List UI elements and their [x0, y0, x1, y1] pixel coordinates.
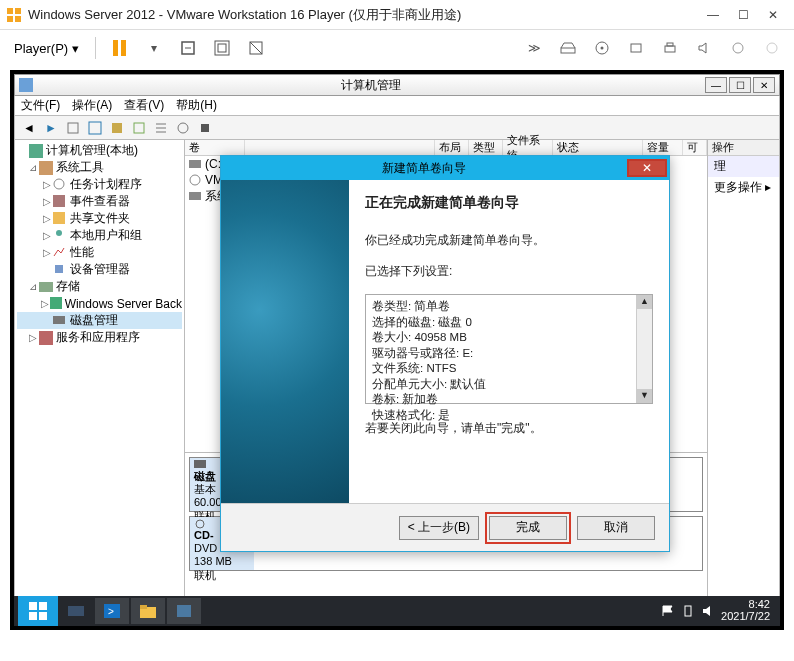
svg-point-11 [601, 47, 604, 50]
fullscreen-icon[interactable] [208, 34, 236, 62]
tree-storage[interactable]: ⊿存储 [17, 278, 182, 295]
network-icon[interactable]: ≫ [520, 34, 548, 62]
setting-line: 快速格式化: 是 [372, 408, 646, 424]
tray-clock[interactable]: 8:42 2021/7/22 [721, 599, 770, 622]
properties-icon[interactable] [107, 118, 127, 138]
player-menu[interactable]: Player(P) ▾ [8, 39, 85, 58]
tree-device-manager[interactable]: 设备管理器 [17, 261, 182, 278]
tree-local-users[interactable]: ▷本地用户和组 [17, 227, 182, 244]
mgmt-maximize-button[interactable]: ☐ [729, 77, 751, 93]
svg-rect-12 [631, 44, 641, 52]
mgmt-close-button[interactable]: ✕ [753, 77, 775, 93]
wizard-close-button[interactable]: ✕ [627, 159, 667, 177]
back-icon[interactable]: ◄ [19, 118, 39, 138]
send-ctrl-alt-del-icon[interactable] [174, 34, 202, 62]
help-icon[interactable] [173, 118, 193, 138]
nav-tree[interactable]: 计算机管理(本地) ⊿系统工具 ▷任务计划程序 ▷事件查看器 ▷共享文件夹 ▷本… [15, 140, 185, 625]
back-button[interactable]: < 上一步(B) [399, 516, 479, 540]
setting-line: 卷标: 新加卷 [372, 392, 646, 408]
tree-shared-folders[interactable]: ▷共享文件夹 [17, 210, 182, 227]
cd-icon [189, 174, 201, 186]
svg-rect-24 [29, 144, 43, 158]
vmware-minimize-button[interactable]: — [698, 4, 728, 26]
col-volume[interactable]: 卷 [185, 140, 245, 155]
vmware-maximize-button[interactable]: ☐ [728, 4, 758, 26]
menu-action[interactable]: 操作(A) [72, 97, 112, 114]
taskbar-mgmt-icon[interactable] [167, 598, 201, 624]
usb-icon[interactable] [724, 34, 752, 62]
taskbar-powershell-icon[interactable]: > [95, 598, 129, 624]
mgmt-minimize-button[interactable]: — [705, 77, 727, 93]
wizard-settings-list[interactable]: 卷类型: 简单卷 选择的磁盘: 磁盘 0 卷大小: 40958 MB 驱动器号或… [365, 294, 653, 404]
svg-rect-50 [685, 606, 691, 616]
col-layout[interactable]: 布局 [435, 140, 469, 155]
tree-services-apps[interactable]: ▷服务和应用程序 [17, 329, 182, 346]
tree-systools[interactable]: ⊿系统工具 [17, 159, 182, 176]
settings-icon[interactable] [195, 118, 215, 138]
tree-root[interactable]: 计算机管理(本地) [17, 142, 182, 159]
menu-file[interactable]: 文件(F) [21, 97, 60, 114]
unity-icon[interactable] [242, 34, 270, 62]
setting-line: 分配单元大小: 默认值 [372, 377, 646, 393]
view-icon[interactable] [85, 118, 105, 138]
forward-icon[interactable]: ► [41, 118, 61, 138]
svg-rect-43 [39, 612, 47, 620]
tree-event-viewer[interactable]: ▷事件查看器 [17, 193, 182, 210]
actions-more[interactable]: 更多操作 ▸ [708, 177, 779, 198]
col-status[interactable]: 状态 [553, 140, 643, 155]
tray-sound-icon[interactable] [701, 604, 715, 618]
svg-point-36 [190, 175, 200, 185]
pause-button[interactable] [106, 34, 134, 62]
svg-rect-41 [39, 602, 47, 610]
tree-task-scheduler[interactable]: ▷任务计划程序 [17, 176, 182, 193]
wizard-heading: 正在完成新建简单卷向导 [365, 194, 653, 212]
refresh-icon[interactable] [129, 118, 149, 138]
col-free[interactable]: 可 [683, 140, 707, 155]
vmware-close-button[interactable]: ✕ [758, 4, 788, 26]
tree-wsb[interactable]: ▷Windows Server Back [17, 295, 182, 312]
disk-icon[interactable] [554, 34, 582, 62]
col-fs[interactable]: 文件系统 [503, 140, 553, 155]
scrollbar[interactable]: ▲▼ [636, 295, 652, 403]
wizard-titlebar[interactable]: 新建简单卷向导 ✕ [221, 156, 669, 180]
col-capacity[interactable]: 容量 [643, 140, 683, 155]
start-button[interactable] [18, 596, 58, 626]
drive-icon [189, 190, 201, 202]
nic-icon[interactable] [622, 34, 650, 62]
generic-device-icon[interactable] [758, 34, 786, 62]
system-tray[interactable]: 8:42 2021/7/22 [655, 599, 776, 622]
cancel-button[interactable]: 取消 [577, 516, 655, 540]
sound-icon[interactable] [690, 34, 718, 62]
tree-disk-management[interactable]: 磁盘管理 [17, 312, 182, 329]
svg-rect-17 [19, 78, 33, 92]
taskbar-explorer-icon[interactable] [131, 598, 165, 624]
menu-view[interactable]: 查看(V) [124, 97, 164, 114]
chevron-down-icon[interactable]: ▾ [140, 34, 168, 62]
svg-line-8 [250, 42, 262, 54]
wizard-side-graphic [221, 180, 349, 505]
list-icon[interactable] [151, 118, 171, 138]
mgmt-toolbar: ◄ ► [14, 116, 780, 140]
taskbar-server-manager-icon[interactable] [59, 598, 93, 624]
mgmt-titlebar[interactable]: 计算机管理 — ☐ ✕ [14, 74, 780, 96]
new-simple-volume-wizard: 新建简单卷向导 ✕ 正在完成新建简单卷向导 你已经成功完成新建简单卷向导。 已选… [220, 155, 670, 552]
volume-list-header[interactable]: 卷 布局 类型 文件系统 状态 容量 可 [185, 140, 707, 156]
svg-rect-37 [189, 192, 201, 200]
menu-help[interactable]: 帮助(H) [176, 97, 217, 114]
tray-network-icon[interactable] [681, 604, 695, 618]
up-icon[interactable] [63, 118, 83, 138]
col-type[interactable]: 类型 [469, 140, 503, 155]
wizard-main: 正在完成新建简单卷向导 你已经成功完成新建简单卷向导。 已选择下列设置: 卷类型… [349, 180, 669, 505]
svg-rect-38 [194, 460, 206, 468]
svg-rect-6 [218, 44, 226, 52]
svg-rect-9 [561, 48, 575, 53]
finish-button[interactable]: 完成 [489, 516, 567, 540]
tree-performance[interactable]: ▷性能 [17, 244, 182, 261]
svg-rect-49 [177, 605, 191, 617]
tray-flag-icon[interactable] [661, 604, 675, 618]
printer-icon[interactable] [656, 34, 684, 62]
svg-rect-14 [667, 43, 673, 46]
mgmt-app-icon [19, 78, 33, 92]
vmware-titlebar: Windows Server 2012 - VMware Workstation… [0, 0, 794, 30]
cd-icon[interactable] [588, 34, 616, 62]
